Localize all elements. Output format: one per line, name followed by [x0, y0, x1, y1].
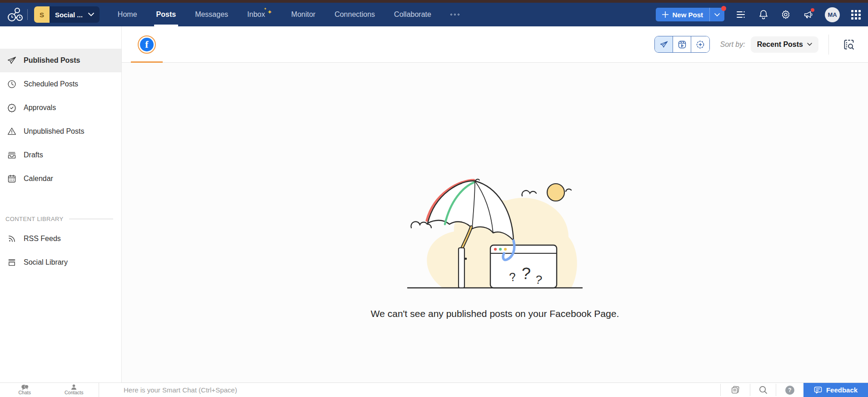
sidebar-item-calendar[interactable]: Calendar	[0, 167, 121, 191]
sidebar-item-published-posts[interactable]: Published Posts	[0, 49, 121, 72]
toolbar-divider	[828, 35, 829, 55]
sidebar-item-approvals[interactable]: Approvals	[0, 96, 121, 120]
posts-toolbar: f Sort by: Recent Posts	[122, 26, 868, 63]
primary-nav: Home Posts Messages Inbox✦✦ Monitor Conn…	[118, 3, 459, 26]
facebook-icon: f	[140, 38, 154, 51]
notification-dot	[811, 8, 814, 12]
find-posts-button[interactable]	[839, 39, 859, 50]
chevron-down-icon	[807, 43, 812, 46]
feedback-button[interactable]: Feedback	[803, 383, 868, 397]
sort-dropdown[interactable]: Recent Posts	[751, 36, 818, 53]
nav-item-connections[interactable]: Connections	[334, 3, 375, 26]
sort-control: Sort by: Recent Posts	[720, 36, 818, 53]
clock-icon	[7, 80, 16, 89]
reels-icon	[678, 40, 687, 49]
contacts-tab[interactable]: Contacts	[50, 383, 99, 397]
brand-badge: S	[34, 6, 50, 23]
sidebar-item-drafts[interactable]: Drafts	[0, 143, 121, 167]
toolbar-right: Sort by: Recent Posts	[654, 35, 859, 55]
chat-tabs: Chats Contacts	[0, 383, 99, 397]
new-post-main[interactable]: New Post	[656, 8, 709, 21]
story-plus-icon	[696, 40, 705, 49]
navbar-actions: New Post	[656, 7, 861, 22]
notes-button[interactable]	[721, 383, 750, 397]
queue-lines-icon[interactable]	[736, 9, 747, 20]
help-icon: ?	[785, 386, 794, 395]
feedback-bubble-icon	[814, 387, 822, 394]
nav-more-icon[interactable]	[450, 3, 459, 26]
nav-item-posts[interactable]: Posts	[156, 3, 176, 26]
user-avatar[interactable]: MA	[825, 7, 840, 22]
bell-icon[interactable]	[758, 9, 769, 20]
notes-pages-icon	[730, 385, 740, 395]
empty-state-message: We can't see any published posts on your…	[371, 308, 619, 319]
chats-tab[interactable]: Chats	[0, 383, 50, 397]
help-button[interactable]: ?	[776, 383, 803, 397]
facebook-ring: f	[138, 35, 156, 54]
top-navbar: S Social ... Home Posts Messages Inbox✦✦…	[0, 3, 868, 26]
sparkle-icon: ✦	[264, 7, 267, 11]
svg-text:?: ?	[521, 264, 531, 283]
post-search-icon	[843, 39, 855, 50]
smart-chat-input[interactable]	[99, 383, 720, 397]
chevron-down-icon	[714, 13, 720, 16]
zoho-social-logo-icon[interactable]	[6, 6, 24, 23]
filter-posts-button[interactable]	[655, 36, 673, 52]
bottom-utility-bar: Chats Contacts ? Feedback	[0, 382, 868, 397]
filter-stories-button[interactable]	[691, 36, 709, 52]
tab-facebook-channel[interactable]: f	[122, 26, 172, 63]
empty-state-illustration: ? ? ?	[399, 173, 590, 294]
new-post-button[interactable]: New Post	[656, 8, 724, 21]
drafts-tray-icon	[7, 151, 16, 160]
section-rule	[69, 219, 113, 219]
filter-reels-button[interactable]	[673, 36, 691, 52]
library-box-icon	[7, 258, 16, 267]
sidebar-item-unpublished-posts[interactable]: Unpublished Posts	[0, 120, 121, 143]
nav-item-inbox[interactable]: Inbox✦✦	[247, 3, 272, 26]
content-library-section: CONTENT LIBRARY	[0, 211, 121, 227]
section-label: CONTENT LIBRARY	[5, 216, 64, 222]
sidebar-item-scheduled-posts[interactable]: Scheduled Posts	[0, 72, 121, 96]
chevron-down-icon	[88, 13, 94, 16]
paper-plane-icon	[7, 56, 16, 65]
megaphone-icon[interactable]	[803, 9, 813, 20]
posts-content-area: ? ? ? We can't see any published posts o…	[122, 63, 868, 382]
calendar-icon	[7, 174, 16, 183]
navbar-divider	[27, 9, 28, 20]
sort-by-label: Sort by:	[720, 40, 745, 49]
approval-check-icon	[7, 103, 16, 112]
nav-item-collaborate[interactable]: Collaborate	[394, 3, 431, 26]
warning-triangle-icon	[7, 127, 16, 136]
paper-plane-icon	[659, 40, 668, 49]
search-icon	[759, 386, 768, 394]
brand-selector[interactable]: S Social ...	[34, 6, 100, 23]
post-type-segmented-control	[654, 36, 710, 53]
nav-item-monitor[interactable]: Monitor	[291, 3, 315, 26]
brand-label: Social ...	[50, 11, 88, 19]
sparkle-icon: ✦	[267, 9, 272, 15]
sidebar-item-rss-feeds[interactable]: RSS Feeds	[0, 227, 121, 251]
posts-sidebar: Published Posts Scheduled Posts Approval…	[0, 26, 122, 382]
search-button[interactable]	[750, 383, 776, 397]
nav-item-home[interactable]: Home	[118, 3, 137, 26]
apps-grid-icon[interactable]	[851, 10, 861, 20]
rss-icon	[7, 234, 16, 243]
gear-icon[interactable]	[780, 9, 791, 20]
sidebar-item-social-library[interactable]: Social Library	[0, 251, 121, 274]
nav-item-messages[interactable]: Messages	[195, 3, 228, 26]
plus-icon	[662, 11, 668, 18]
notification-dot	[721, 6, 726, 11]
